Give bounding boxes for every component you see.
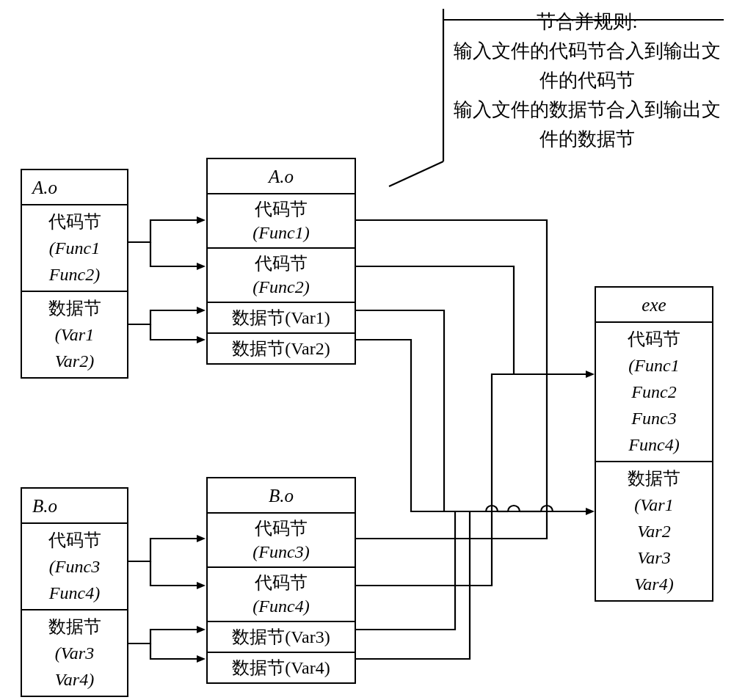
svg-marker-1 bbox=[197, 263, 206, 270]
svg-marker-4 bbox=[197, 535, 206, 542]
diagram-stage: 节合并规则: 输入文件的代码节合入到输出文 件的代码节 输入文件的数据节合入到输… bbox=[0, 0, 734, 700]
svg-marker-2 bbox=[197, 307, 206, 314]
svg-marker-0 bbox=[197, 216, 206, 224]
svg-marker-7 bbox=[197, 655, 206, 663]
svg-marker-6 bbox=[197, 626, 206, 633]
svg-marker-9 bbox=[586, 508, 595, 515]
connectors bbox=[0, 0, 734, 700]
svg-marker-3 bbox=[197, 336, 206, 343]
svg-marker-5 bbox=[197, 582, 206, 589]
svg-marker-8 bbox=[586, 371, 595, 378]
